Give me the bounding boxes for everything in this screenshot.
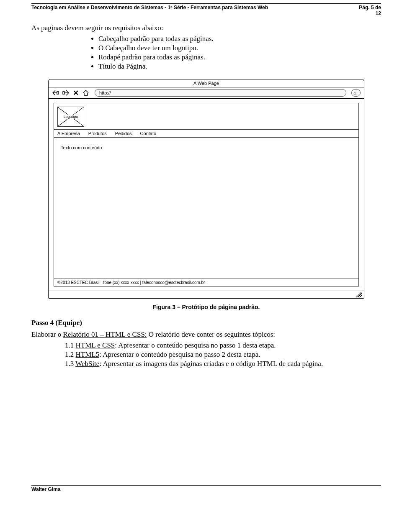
page-footer: Walter Gima	[31, 485, 381, 492]
wireframe-footer: ©2013 ESCTEC Brasil - fone (xx) xxxx-xxx…	[54, 279, 358, 286]
sub-list: 1.1 HTML e CSS: Apresentar o conteúdo pe…	[31, 341, 381, 368]
forward-arrow-icon[interactable]	[62, 89, 70, 97]
wireframe-body: Logotipo A Empresa Produtos Pedidos Cont…	[48, 99, 364, 291]
wireframe-content-text: Texto com conteúdo	[61, 145, 102, 150]
passo-intro: Elaborar o Relatório 01 – HTML e CSS: O …	[31, 330, 381, 339]
home-icon[interactable]	[82, 89, 90, 97]
wireframe-statusbar	[48, 291, 364, 299]
wireframe-mockup: A Web Page ✕ http:// ⌕ Logotipo A Empres…	[48, 79, 364, 299]
wireframe-toolbar: ✕ http:// ⌕	[48, 87, 364, 99]
wireframe-page-area: Logotipo A Empresa Produtos Pedidos Cont…	[54, 103, 359, 286]
nav-item[interactable]: Produtos	[88, 131, 107, 136]
relatorio-link: Relatório 01 – HTML e CSS:	[63, 330, 147, 338]
list-item: O Cabeçalho deve ter um logotipo.	[98, 44, 381, 52]
nav-item[interactable]: A Empresa	[57, 131, 80, 136]
list-item: Rodapé padrão para todas as páginas.	[98, 53, 381, 61]
wireframe-nav: A Empresa Produtos Pedidos Contato	[54, 129, 358, 138]
resize-handle-icon[interactable]	[356, 292, 362, 297]
requirements-list: Cabeçalho padrão para todas as páginas. …	[31, 35, 381, 71]
search-input[interactable]: ⌕	[351, 89, 361, 97]
wireframe-titlebar: A Web Page	[48, 79, 364, 87]
intro-text: As paginas devem seguir os requisitos ab…	[31, 24, 381, 32]
figure-caption: Figura 3 – Protótipo de página padrão.	[31, 304, 381, 310]
page-header: Tecnologia em Análise e Desenvolvimento …	[31, 3, 381, 16]
back-arrow-icon[interactable]	[52, 89, 59, 97]
header-right: Pág. 5 de 12	[359, 5, 381, 16]
header-left: Tecnologia em Análise e Desenvolvimento …	[31, 5, 268, 10]
nav-item[interactable]: Pedidos	[115, 131, 132, 136]
sub-item: 1.1 HTML e CSS: Apresentar o conteúdo pe…	[65, 341, 381, 350]
list-item: Título da Página.	[98, 62, 381, 71]
logo-placeholder: Logotipo	[57, 107, 84, 127]
url-input[interactable]: http://	[95, 89, 346, 97]
passo-heading: Passo 4 (Equipe)	[31, 319, 381, 327]
logo-label: Logotipo	[63, 115, 79, 119]
nav-item[interactable]: Contato	[140, 131, 157, 136]
list-item: Cabeçalho padrão para todas as páginas.	[98, 35, 381, 43]
sub-item: 1.3 WebSite: Apresentar as imagens das p…	[65, 360, 381, 368]
stop-icon[interactable]: ✕	[72, 89, 80, 97]
sub-item: 1.2 HTML5: Apresentar o conteúdo pesquis…	[65, 350, 381, 359]
